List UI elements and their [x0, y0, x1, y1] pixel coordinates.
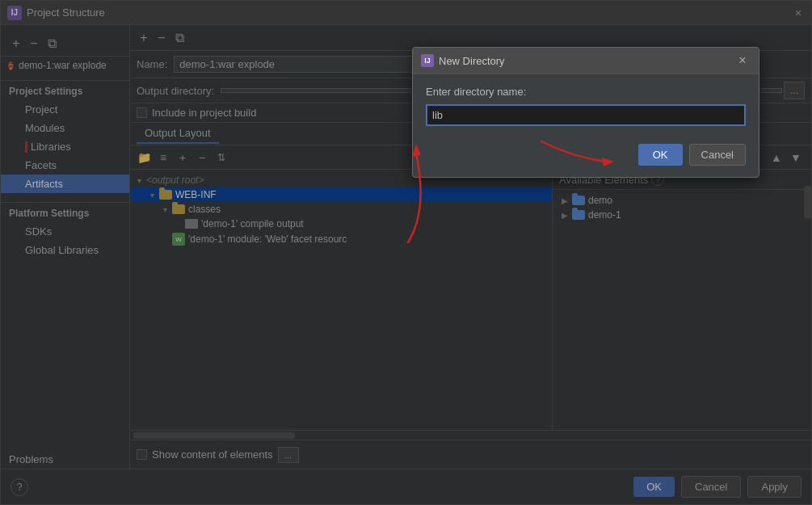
dialog-title-icon: IJ: [421, 54, 434, 67]
dialog-body: Enter directory name:: [413, 74, 759, 137]
dialog-cancel-button[interactable]: Cancel: [689, 144, 746, 166]
directory-name-input[interactable]: [426, 104, 746, 126]
dialog-footer: OK Cancel: [413, 137, 759, 177]
new-directory-dialog: IJ New Directory × Enter directory name:…: [412, 47, 759, 178]
dialog-prompt: Enter directory name:: [426, 86, 746, 98]
dialog-title-bar: IJ New Directory ×: [413, 48, 759, 74]
dialog-close-button[interactable]: ×: [734, 53, 751, 69]
modal-overlay: IJ New Directory × Enter directory name:…: [0, 0, 812, 505]
dialog-title-text: New Directory: [439, 55, 734, 67]
dialog-ok-button[interactable]: OK: [638, 144, 683, 166]
